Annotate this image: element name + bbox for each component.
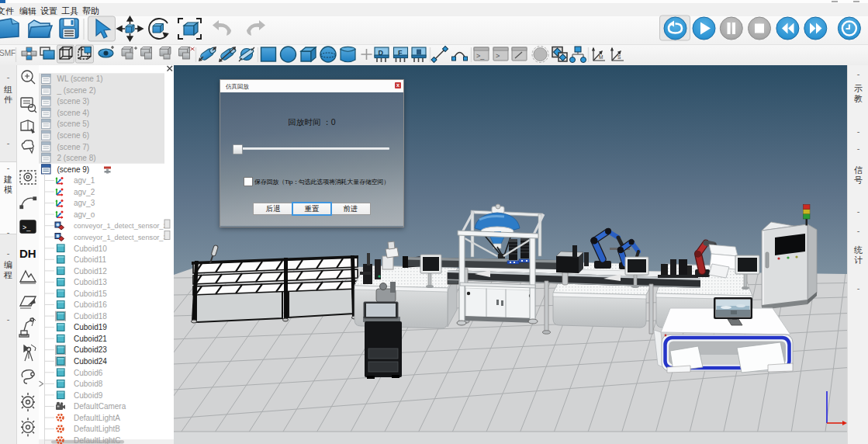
svg-text:DefaultCamera: DefaultCamera: [74, 402, 126, 411]
svg-text:Cuboid8: Cuboid8: [74, 380, 103, 388]
svg-text:DH: DH: [19, 247, 36, 260]
svg-text:(scene 4): (scene 4): [57, 109, 90, 117]
svg-text:WL (scene 1): WL (scene 1): [57, 75, 103, 83]
svg-text:Cuboid19: Cuboid19: [74, 323, 107, 331]
svg-text:>_: >_: [476, 52, 485, 60]
svg-text:Cuboid21: Cuboid21: [74, 335, 107, 343]
svg-text:Cuboid10: Cuboid10: [74, 245, 107, 253]
svg-text:DefaultLightC: DefaultLightC: [74, 436, 121, 444]
svg-text:Cuboid9: Cuboid9: [74, 391, 103, 400]
svg-text:agv_o: agv_o: [74, 210, 95, 219]
svg-text:Cuboid15: Cuboid15: [74, 290, 107, 298]
svg-text:(scene 6): (scene 6): [57, 131, 90, 140]
svg-text:DefaultLightA: DefaultLightA: [74, 414, 120, 422]
svg-text:M: M: [599, 54, 603, 60]
svg-text:S: S: [617, 54, 621, 60]
svg-text:(scene 5): (scene 5): [57, 120, 90, 128]
svg-text:conveyor_1_detect_sensor_3: conveyor_1_detect_sensor_3: [74, 234, 168, 241]
svg-text:agv_3: agv_3: [74, 199, 95, 207]
svg-text:(scene 9): (scene 9): [57, 165, 90, 174]
svg-text:Cuboid6: Cuboid6: [74, 369, 103, 377]
svg-text:Cuboid16: Cuboid16: [74, 300, 107, 309]
svg-text:>_: >_: [22, 224, 31, 231]
svg-text:F: F: [398, 49, 403, 57]
svg-text:conveyor_1_detect_sensor_2: conveyor_1_detect_sensor_2: [74, 222, 168, 230]
svg-text:>: >: [496, 52, 500, 60]
svg-text:2 (scene 8): 2 (scene 8): [57, 154, 96, 162]
svg-text:Cuboid23: Cuboid23: [74, 345, 107, 354]
svg-text:Cuboid24: Cuboid24: [74, 357, 107, 366]
svg-text:SMF: SMF: [0, 49, 16, 57]
svg-text:(scene 7): (scene 7): [57, 143, 90, 151]
svg-text:(scene 3): (scene 3): [57, 97, 90, 106]
svg-text:Cuboid11: Cuboid11: [74, 255, 107, 264]
svg-text:DefaultLightB: DefaultLightB: [74, 425, 120, 433]
svg-text:agv_2: agv_2: [74, 188, 95, 196]
svg-text:Cuboid13: Cuboid13: [74, 278, 107, 286]
svg-text:Cuboid18: Cuboid18: [74, 312, 107, 321]
svg-text:agv_1: agv_1: [74, 176, 95, 185]
svg-text:_ (scene 2): _ (scene 2): [57, 86, 96, 95]
svg-text:Cuboid12: Cuboid12: [74, 267, 107, 276]
svg-text:D: D: [379, 49, 384, 57]
